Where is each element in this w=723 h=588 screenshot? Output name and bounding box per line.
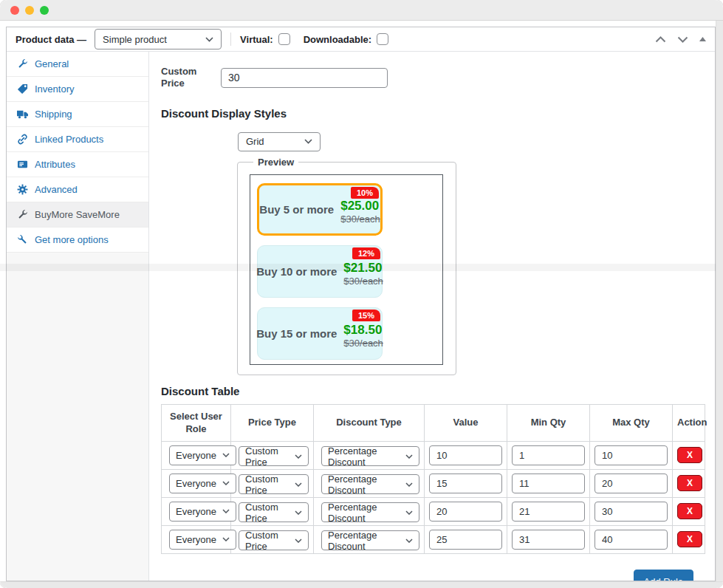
user-role-select[interactable]: Everyone — [169, 474, 236, 493]
card-regular-price: $30/each — [340, 213, 380, 225]
min-qty-input[interactable] — [512, 530, 585, 550]
product-data-panel: Product data — Simple product Virtual: D… — [6, 27, 716, 581]
delete-rule-button[interactable]: X — [677, 503, 702, 519]
chevron-down-icon — [222, 509, 230, 513]
sidebar-item-attributes[interactable]: Attributes — [7, 152, 148, 177]
close-icon[interactable] — [10, 6, 19, 15]
chevron-down-icon — [205, 37, 213, 42]
price-type-select[interactable]: Custom Price — [239, 474, 309, 494]
display-style-select[interactable]: Grid — [238, 132, 321, 151]
vertical-scrollbar[interactable] — [716, 21, 723, 588]
user-role-select[interactable]: Everyone — [169, 445, 236, 465]
sidebar-item-buymore-savemore[interactable]: BuyMore SaveMore — [7, 202, 148, 228]
chevron-down-icon — [222, 537, 230, 541]
discount-card: 12% Buy 10 or more $21.50 $30/each — [257, 245, 383, 298]
discount-badge: 12% — [352, 247, 380, 259]
sidebar-item-label: Get more options — [35, 234, 109, 245]
card-regular-price: $30/each — [343, 338, 383, 349]
sidebar-item-inventory[interactable]: Inventory — [7, 77, 148, 102]
sidebar-item-linked-products[interactable]: Linked Products — [7, 127, 148, 152]
chevron-down-icon — [677, 36, 688, 43]
virtual-label: Virtual: — [240, 34, 273, 45]
chevron-down-icon — [295, 510, 302, 515]
column-header: Value — [425, 404, 507, 441]
chevron-down-icon — [405, 482, 413, 487]
preview-fieldset: Preview 10% Buy 5 or more $25.00 $30/eac… — [237, 157, 456, 375]
titlebar — [0, 0, 723, 21]
min-qty-input[interactable] — [512, 445, 585, 465]
value-input[interactable] — [429, 474, 502, 493]
column-header: Select User Role — [162, 404, 231, 441]
max-qty-input[interactable] — [594, 445, 668, 465]
discount-type-select[interactable]: Percentage Discount — [321, 530, 419, 550]
column-header: Min Qty — [507, 404, 590, 441]
min-qty-input[interactable] — [512, 474, 585, 493]
main-content: Custom Price Discount Display Styles Gri… — [149, 52, 715, 581]
move-down-button[interactable] — [677, 36, 688, 43]
sidebar-item-advanced[interactable]: Advanced — [7, 177, 148, 202]
chevron-down-icon — [222, 481, 230, 485]
sidebar-item-label: Advanced — [35, 184, 78, 195]
toggle-panel-button[interactable] — [699, 37, 706, 41]
discount-type-select[interactable]: Percentage Discount — [321, 502, 419, 522]
link-icon — [17, 134, 28, 145]
value-input[interactable] — [429, 530, 502, 550]
card-discount-price: $21.50 — [343, 261, 382, 276]
column-header: Discount Type — [314, 404, 425, 441]
column-header: Action — [673, 404, 705, 441]
user-role-select[interactable]: Everyone — [169, 502, 236, 522]
min-qty-input[interactable] — [512, 502, 585, 522]
chevron-down-icon — [405, 454, 413, 459]
custom-price-input[interactable] — [221, 68, 388, 88]
move-up-button[interactable] — [655, 36, 666, 43]
table-row: Everyone Custom Price Percentage Discoun… — [162, 497, 705, 525]
fullscreen-icon[interactable] — [40, 6, 49, 15]
preview-box: 10% Buy 5 or more $25.00 $30/each 12% — [250, 174, 443, 365]
price-type-select[interactable]: Custom Price — [239, 530, 309, 550]
add-rule-button[interactable]: Add Rule — [634, 570, 693, 581]
sidebar-item-label: BuyMore SaveMore — [35, 209, 120, 220]
table-header-row: Select User Role Price Type Discount Typ… — [162, 404, 705, 441]
attributes-icon — [17, 159, 28, 170]
delete-rule-button[interactable]: X — [677, 447, 702, 463]
product-type-value: Simple product — [103, 34, 167, 45]
discount-type-select[interactable]: Percentage Discount — [321, 474, 419, 494]
card-quantity-label: Buy 10 or more — [256, 265, 337, 278]
sidebar: General Inventory Shipping — [7, 52, 149, 581]
display-style-value: Grid — [246, 136, 264, 147]
max-qty-input[interactable] — [594, 474, 668, 493]
value-input[interactable] — [429, 502, 502, 522]
discount-table-heading: Discount Table — [161, 385, 693, 397]
sidebar-item-label: General — [35, 58, 69, 69]
discount-card: 10% Buy 5 or more $25.00 $30/each — [257, 183, 383, 236]
price-type-select[interactable]: Custom Price — [239, 502, 309, 522]
custom-price-label: Custom Price — [161, 66, 221, 90]
user-role-select[interactable]: Everyone — [169, 530, 236, 550]
chevron-down-icon — [222, 453, 230, 457]
price-type-select[interactable]: Custom Price — [239, 446, 309, 466]
preview-legend: Preview — [253, 157, 298, 168]
virtual-checkbox[interactable] — [278, 33, 290, 45]
sidebar-item-get-more-options[interactable]: Get more options — [7, 228, 148, 253]
chevron-down-icon — [405, 510, 413, 515]
downloadable-checkbox[interactable] — [377, 33, 388, 45]
sidebar-item-label: Shipping — [35, 109, 72, 120]
chevron-down-icon — [295, 454, 302, 459]
delete-rule-button[interactable]: X — [677, 531, 702, 547]
app-window: Product data — Simple product Virtual: D… — [0, 0, 723, 588]
product-type-select[interactable]: Simple product — [95, 29, 222, 49]
chevron-down-icon — [405, 539, 413, 543]
chevron-up-icon — [655, 36, 666, 43]
max-qty-input[interactable] — [594, 502, 668, 522]
sidebar-item-general[interactable]: General — [7, 52, 148, 77]
minimize-icon[interactable] — [25, 6, 34, 15]
horizontal-scrollbar[interactable] — [0, 581, 723, 588]
sidebar-item-shipping[interactable]: Shipping — [7, 102, 148, 127]
value-input[interactable] — [429, 445, 502, 465]
table-row: Everyone Custom Price Percentage Discoun… — [162, 441, 705, 469]
discount-type-select[interactable]: Percentage Discount — [321, 446, 419, 466]
panel-title: Product data — — [16, 34, 86, 45]
max-qty-input[interactable] — [594, 530, 668, 550]
panel-body: General Inventory Shipping — [7, 52, 715, 581]
delete-rule-button[interactable]: X — [677, 475, 702, 491]
